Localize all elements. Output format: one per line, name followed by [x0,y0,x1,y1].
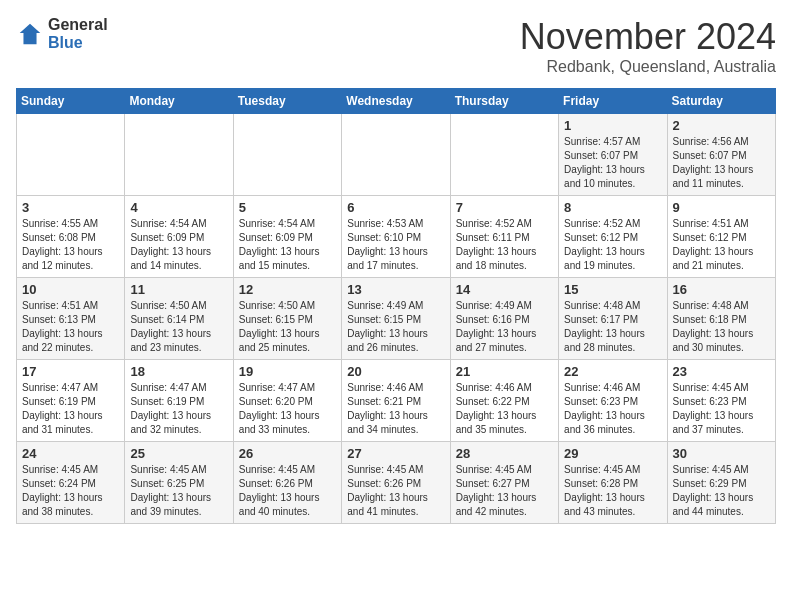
day-number: 27 [347,446,444,461]
calendar-cell [233,114,341,196]
header-monday: Monday [125,89,233,114]
day-info: Sunrise: 4:47 AM Sunset: 6:19 PM Dayligh… [130,381,227,437]
day-info: Sunrise: 4:47 AM Sunset: 6:20 PM Dayligh… [239,381,336,437]
calendar-cell: 14Sunrise: 4:49 AM Sunset: 6:16 PM Dayli… [450,278,558,360]
calendar-cell: 12Sunrise: 4:50 AM Sunset: 6:15 PM Dayli… [233,278,341,360]
calendar-cell: 5Sunrise: 4:54 AM Sunset: 6:09 PM Daylig… [233,196,341,278]
calendar-cell: 27Sunrise: 4:45 AM Sunset: 6:26 PM Dayli… [342,442,450,524]
day-number: 5 [239,200,336,215]
day-number: 17 [22,364,119,379]
header-thursday: Thursday [450,89,558,114]
day-info: Sunrise: 4:45 AM Sunset: 6:27 PM Dayligh… [456,463,553,519]
calendar-cell: 23Sunrise: 4:45 AM Sunset: 6:23 PM Dayli… [667,360,775,442]
header-friday: Friday [559,89,667,114]
day-info: Sunrise: 4:53 AM Sunset: 6:10 PM Dayligh… [347,217,444,273]
calendar-header-row: SundayMondayTuesdayWednesdayThursdayFrid… [17,89,776,114]
day-info: Sunrise: 4:45 AM Sunset: 6:24 PM Dayligh… [22,463,119,519]
calendar-cell: 8Sunrise: 4:52 AM Sunset: 6:12 PM Daylig… [559,196,667,278]
logo-general: General [48,16,108,34]
calendar-cell: 22Sunrise: 4:46 AM Sunset: 6:23 PM Dayli… [559,360,667,442]
day-info: Sunrise: 4:49 AM Sunset: 6:16 PM Dayligh… [456,299,553,355]
day-number: 2 [673,118,770,133]
header-saturday: Saturday [667,89,775,114]
day-number: 6 [347,200,444,215]
calendar-cell: 9Sunrise: 4:51 AM Sunset: 6:12 PM Daylig… [667,196,775,278]
calendar-cell: 18Sunrise: 4:47 AM Sunset: 6:19 PM Dayli… [125,360,233,442]
calendar-table: SundayMondayTuesdayWednesdayThursdayFrid… [16,88,776,524]
day-number: 1 [564,118,661,133]
day-number: 19 [239,364,336,379]
day-info: Sunrise: 4:46 AM Sunset: 6:21 PM Dayligh… [347,381,444,437]
day-info: Sunrise: 4:46 AM Sunset: 6:23 PM Dayligh… [564,381,661,437]
day-info: Sunrise: 4:46 AM Sunset: 6:22 PM Dayligh… [456,381,553,437]
day-number: 26 [239,446,336,461]
calendar-cell: 7Sunrise: 4:52 AM Sunset: 6:11 PM Daylig… [450,196,558,278]
day-info: Sunrise: 4:54 AM Sunset: 6:09 PM Dayligh… [130,217,227,273]
day-number: 30 [673,446,770,461]
calendar-cell: 16Sunrise: 4:48 AM Sunset: 6:18 PM Dayli… [667,278,775,360]
day-info: Sunrise: 4:57 AM Sunset: 6:07 PM Dayligh… [564,135,661,191]
calendar-cell: 15Sunrise: 4:48 AM Sunset: 6:17 PM Dayli… [559,278,667,360]
logo: General Blue [16,16,108,51]
calendar-cell: 1Sunrise: 4:57 AM Sunset: 6:07 PM Daylig… [559,114,667,196]
calendar-cell [342,114,450,196]
day-number: 25 [130,446,227,461]
day-number: 24 [22,446,119,461]
calendar-cell: 20Sunrise: 4:46 AM Sunset: 6:21 PM Dayli… [342,360,450,442]
calendar-cell: 2Sunrise: 4:56 AM Sunset: 6:07 PM Daylig… [667,114,775,196]
day-info: Sunrise: 4:48 AM Sunset: 6:18 PM Dayligh… [673,299,770,355]
day-info: Sunrise: 4:55 AM Sunset: 6:08 PM Dayligh… [22,217,119,273]
calendar-cell: 21Sunrise: 4:46 AM Sunset: 6:22 PM Dayli… [450,360,558,442]
header-sunday: Sunday [17,89,125,114]
day-info: Sunrise: 4:45 AM Sunset: 6:26 PM Dayligh… [347,463,444,519]
day-number: 13 [347,282,444,297]
day-number: 3 [22,200,119,215]
calendar-cell: 3Sunrise: 4:55 AM Sunset: 6:08 PM Daylig… [17,196,125,278]
day-number: 7 [456,200,553,215]
calendar-cell: 19Sunrise: 4:47 AM Sunset: 6:20 PM Dayli… [233,360,341,442]
calendar-cell [125,114,233,196]
header-tuesday: Tuesday [233,89,341,114]
day-number: 12 [239,282,336,297]
calendar-cell: 11Sunrise: 4:50 AM Sunset: 6:14 PM Dayli… [125,278,233,360]
header-wednesday: Wednesday [342,89,450,114]
day-number: 23 [673,364,770,379]
logo-text: General Blue [48,16,108,51]
day-number: 16 [673,282,770,297]
calendar-week-1: 1Sunrise: 4:57 AM Sunset: 6:07 PM Daylig… [17,114,776,196]
day-info: Sunrise: 4:51 AM Sunset: 6:13 PM Dayligh… [22,299,119,355]
calendar-cell: 29Sunrise: 4:45 AM Sunset: 6:28 PM Dayli… [559,442,667,524]
calendar-cell: 13Sunrise: 4:49 AM Sunset: 6:15 PM Dayli… [342,278,450,360]
calendar-cell [450,114,558,196]
day-info: Sunrise: 4:45 AM Sunset: 6:26 PM Dayligh… [239,463,336,519]
calendar-week-4: 17Sunrise: 4:47 AM Sunset: 6:19 PM Dayli… [17,360,776,442]
calendar-cell: 24Sunrise: 4:45 AM Sunset: 6:24 PM Dayli… [17,442,125,524]
day-info: Sunrise: 4:45 AM Sunset: 6:25 PM Dayligh… [130,463,227,519]
day-info: Sunrise: 4:45 AM Sunset: 6:23 PM Dayligh… [673,381,770,437]
day-info: Sunrise: 4:48 AM Sunset: 6:17 PM Dayligh… [564,299,661,355]
day-info: Sunrise: 4:52 AM Sunset: 6:12 PM Dayligh… [564,217,661,273]
day-info: Sunrise: 4:54 AM Sunset: 6:09 PM Dayligh… [239,217,336,273]
day-number: 11 [130,282,227,297]
day-info: Sunrise: 4:49 AM Sunset: 6:15 PM Dayligh… [347,299,444,355]
day-number: 14 [456,282,553,297]
calendar-week-3: 10Sunrise: 4:51 AM Sunset: 6:13 PM Dayli… [17,278,776,360]
calendar-cell [17,114,125,196]
day-number: 10 [22,282,119,297]
day-number: 15 [564,282,661,297]
calendar-cell: 28Sunrise: 4:45 AM Sunset: 6:27 PM Dayli… [450,442,558,524]
day-number: 29 [564,446,661,461]
logo-blue: Blue [48,34,108,52]
calendar-week-2: 3Sunrise: 4:55 AM Sunset: 6:08 PM Daylig… [17,196,776,278]
calendar-week-5: 24Sunrise: 4:45 AM Sunset: 6:24 PM Dayli… [17,442,776,524]
day-number: 8 [564,200,661,215]
calendar-cell: 26Sunrise: 4:45 AM Sunset: 6:26 PM Dayli… [233,442,341,524]
logo-icon [16,20,44,48]
day-number: 21 [456,364,553,379]
location: Redbank, Queensland, Australia [520,58,776,76]
day-info: Sunrise: 4:45 AM Sunset: 6:29 PM Dayligh… [673,463,770,519]
calendar-cell: 25Sunrise: 4:45 AM Sunset: 6:25 PM Dayli… [125,442,233,524]
day-number: 28 [456,446,553,461]
calendar-cell: 4Sunrise: 4:54 AM Sunset: 6:09 PM Daylig… [125,196,233,278]
day-number: 18 [130,364,227,379]
